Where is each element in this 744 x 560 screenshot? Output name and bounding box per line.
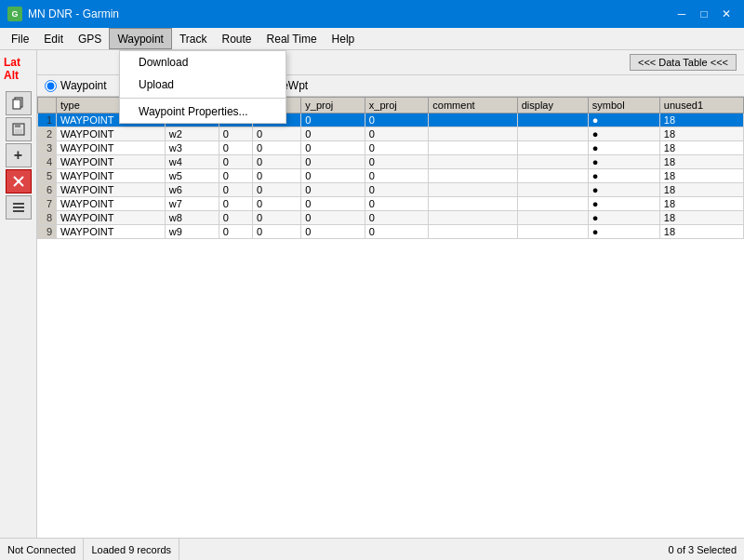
cell-display — [517, 225, 588, 239]
title-text: MN DNR - Garmin — [28, 7, 119, 20]
save-button[interactable] — [6, 117, 32, 141]
list-button[interactable] — [6, 195, 32, 220]
title-bar: G MN DNR - Garmin ─ □ ✕ — [0, 0, 744, 28]
row-number: 6 — [38, 183, 57, 197]
col-display[interactable]: display — [517, 98, 588, 113]
col-comment[interactable]: comment — [429, 98, 517, 113]
dropdown-divider — [120, 98, 286, 99]
menu-route[interactable]: Route — [215, 28, 259, 49]
svg-rect-8 — [13, 207, 24, 208]
app-icon: G — [7, 7, 22, 21]
cell-x_proj: 0 — [365, 127, 429, 141]
cell-x_proj: 0 — [365, 211, 429, 225]
cell-lat: 0 — [219, 225, 252, 239]
menu-gps[interactable]: GPS — [71, 28, 109, 49]
table-row[interactable]: 7WAYPOINTw70000●18 — [38, 197, 744, 211]
cell-type: WAYPOINT — [57, 225, 166, 239]
delete-icon — [13, 176, 24, 187]
cell-type: WAYPOINT — [57, 197, 166, 211]
menu-edit[interactable]: Edit — [36, 28, 71, 49]
cell-lat: 0 — [219, 211, 252, 225]
menu-track[interactable]: Track — [172, 28, 215, 49]
table-container: type ident lat long y_proj x_proj commen… — [37, 97, 744, 538]
minimize-button[interactable]: ─ — [671, 4, 692, 24]
copy-button[interactable] — [6, 91, 32, 115]
maximize-button[interactable]: □ — [694, 4, 714, 24]
col-x_proj[interactable]: x_proj — [365, 98, 429, 113]
menu-waypoint[interactable]: Waypoint — [109, 28, 172, 49]
title-bar-left: G MN DNR - Garmin — [7, 7, 119, 21]
cell-y_proj: 0 — [301, 211, 365, 225]
menu-bar: File Edit GPS Waypoint Track Route Real … — [0, 28, 744, 50]
table-row[interactable]: 4WAYPOINTw40000●18 — [38, 155, 744, 169]
cell-x_proj: 0 — [365, 183, 429, 197]
dropdown-upload[interactable]: Upload — [120, 73, 286, 96]
cell-type: WAYPOINT — [57, 141, 166, 155]
cell-long: 0 — [252, 183, 300, 197]
cell-unused1: 18 — [659, 225, 743, 239]
cell-display — [517, 197, 588, 211]
selection-status: 0 of 3 Selected — [661, 544, 744, 555]
cell-x_proj: 0 — [365, 155, 429, 169]
cell-x_proj: 0 — [365, 197, 429, 211]
cell-long: 0 — [252, 197, 300, 211]
cell-display — [517, 113, 588, 127]
cell-ident: w6 — [165, 183, 219, 197]
cell-display — [517, 211, 588, 225]
cell-comment — [429, 225, 517, 239]
table-row[interactable]: 6WAYPOINTw60000●18 — [38, 183, 744, 197]
add-button[interactable]: + — [6, 143, 32, 167]
radio-waypoint[interactable] — [45, 80, 57, 92]
cell-x_proj: 0 — [365, 141, 429, 155]
cell-type: WAYPOINT — [57, 183, 166, 197]
col-unused1[interactable]: unused1 — [659, 98, 743, 113]
table-row[interactable]: 2WAYPOINTw20000●18 — [38, 127, 744, 141]
row-number: 1 — [38, 113, 57, 127]
table-row[interactable]: 8WAYPOINTw80000●18 — [38, 211, 744, 225]
delete-button[interactable] — [6, 169, 32, 193]
cell-x_proj: 0 — [365, 225, 429, 239]
dropdown-waypoint-properties[interactable]: Waypoint Properties... — [120, 100, 286, 123]
cell-unused1: 18 — [659, 183, 743, 197]
dropdown-download[interactable]: Download — [120, 51, 286, 73]
cell-lat: 0 — [219, 183, 252, 197]
tab-waypoint[interactable]: Waypoint — [45, 79, 107, 92]
cell-unused1: 18 — [659, 141, 743, 155]
cell-y_proj: 0 — [301, 225, 365, 239]
cell-long: 0 — [252, 127, 300, 141]
svg-rect-9 — [13, 210, 24, 212]
menu-help[interactable]: Help — [325, 28, 363, 49]
cell-x_proj: 0 — [365, 169, 429, 183]
close-button[interactable]: ✕ — [716, 4, 737, 24]
cell-y_proj: 0 — [301, 127, 365, 141]
cell-x_proj: 0 — [365, 113, 429, 127]
cell-display — [517, 183, 588, 197]
menu-realtime[interactable]: Real Time — [259, 28, 325, 49]
cell-symbol: ● — [588, 169, 659, 183]
row-number: 3 — [38, 141, 57, 155]
cell-ident: w8 — [165, 211, 219, 225]
cell-lat: 0 — [219, 127, 252, 141]
data-table-button[interactable]: <<< Data Table <<< — [630, 54, 737, 71]
table-row[interactable]: 3WAYPOINTw30000●18 — [38, 141, 744, 155]
left-sidebar: Lat Alt + — [0, 50, 37, 538]
sidebar-buttons: + — [0, 87, 36, 223]
menu-file[interactable]: File — [4, 28, 36, 49]
cell-comment — [429, 127, 517, 141]
cell-symbol: ● — [588, 141, 659, 155]
col-symbol[interactable]: symbol — [588, 98, 659, 113]
cell-ident: w5 — [165, 169, 219, 183]
svg-rect-3 — [15, 124, 20, 127]
cell-ident: w3 — [165, 141, 219, 155]
cell-y_proj: 0 — [301, 141, 365, 155]
cell-y_proj: 0 — [301, 113, 365, 127]
table-row[interactable]: 9WAYPOINTw90000●18 — [38, 225, 744, 239]
table-row[interactable]: 5WAYPOINTw50000●18 — [38, 169, 744, 183]
col-y_proj[interactable]: y_proj — [301, 98, 365, 113]
cell-unused1: 18 — [659, 127, 743, 141]
cell-symbol: ● — [588, 155, 659, 169]
cell-lat: 0 — [219, 155, 252, 169]
cell-symbol: ● — [588, 211, 659, 225]
svg-rect-1 — [13, 100, 20, 109]
cell-lat: 0 — [219, 169, 252, 183]
